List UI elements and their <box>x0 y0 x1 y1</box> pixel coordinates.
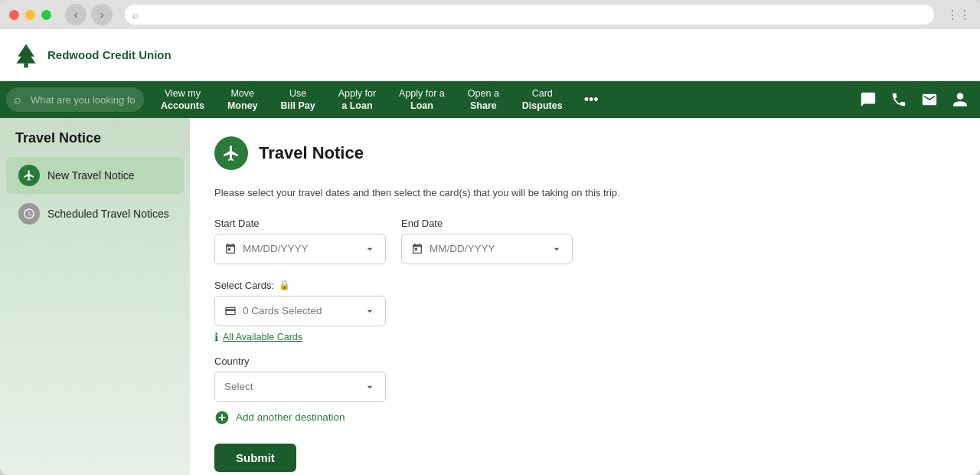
nav-item-disputes[interactable]: Card Disputes <box>511 83 573 117</box>
nav-item-money[interactable]: Move Money <box>217 83 269 117</box>
calendar-icon-end <box>411 243 423 255</box>
card-icon <box>224 305 237 317</box>
traffic-light-red[interactable] <box>9 10 19 20</box>
nav-phone-icon[interactable] <box>885 86 913 113</box>
info-row: ℹ All Available Cards <box>214 331 956 343</box>
chevron-down-end <box>550 243 563 255</box>
info-icon: ℹ <box>214 331 218 343</box>
nav-items: View my Accounts Move Money Use Bill Pay… <box>150 83 854 117</box>
browser-menu-icon[interactable]: ⋮⋮ <box>946 8 971 22</box>
add-destination-icon <box>214 410 230 425</box>
end-date-placeholder: MM/DD/YYYY <box>430 243 495 254</box>
nav-disputes-label: Card <box>522 87 563 100</box>
page-header: Travel Notice <box>214 136 956 170</box>
country-dropdown[interactable]: Select <box>214 372 386 402</box>
back-button[interactable]: ‹ <box>65 4 87 25</box>
calendar-icon-start <box>224 243 237 255</box>
nav-bar: View my Accounts Move Money Use Bill Pay… <box>0 81 980 118</box>
nav-loan2-label: Apply for a <box>399 87 445 100</box>
traffic-light-green[interactable] <box>41 10 51 20</box>
sidebar-new-label: New Travel Notice <box>47 169 135 182</box>
start-date-placeholder: MM/DD/YYYY <box>243 243 309 254</box>
all-available-link[interactable]: All Available Cards <box>223 332 302 342</box>
nav-user-icon[interactable] <box>946 86 974 113</box>
nav-loan2-bold: Loan <box>399 100 445 112</box>
nav-money-bold: Money <box>227 100 258 112</box>
nav-icons <box>854 86 974 113</box>
start-date-inner: MM/DD/YYYY <box>224 243 309 255</box>
app-header: Redwood Credit Union <box>0 29 980 81</box>
nav-share-label: Open a <box>468 87 499 100</box>
address-search-icon: ⌕ <box>132 9 139 21</box>
cards-group: Select Cards: 🔒 0 Cards Selected <box>214 280 956 326</box>
svg-marker-1 <box>16 49 35 63</box>
forward-button[interactable]: › <box>91 4 113 25</box>
main-layout: Travel Notice New Travel Notice <box>0 118 980 475</box>
country-placeholder: Select <box>224 381 253 392</box>
end-date-input[interactable]: MM/DD/YYYY <box>401 234 573 264</box>
chevron-down-cards <box>364 305 376 317</box>
end-date-inner: MM/DD/YYYY <box>411 243 495 255</box>
country-group: Country Select <box>214 355 956 402</box>
nav-loan1-bold: a Loan <box>338 100 376 112</box>
cards-inner: 0 Cards Selected <box>224 305 322 317</box>
logo-area: Redwood Credit Union <box>12 41 172 69</box>
logo-text: Redwood Credit Union <box>47 48 172 61</box>
nav-email-icon[interactable] <box>916 86 943 113</box>
lock-icon: 🔒 <box>279 280 290 290</box>
start-date-label: Start Date <box>214 218 386 229</box>
page-icon <box>214 136 248 170</box>
add-destination-button[interactable]: Add another destination <box>214 410 956 425</box>
nav-item-accounts[interactable]: View my Accounts <box>150 83 215 117</box>
cards-dropdown[interactable]: 0 Cards Selected <box>214 296 386 326</box>
start-date-input[interactable]: MM/DD/YYYY <box>214 234 386 264</box>
sidebar-scheduled-label: Scheduled Travel Notices <box>47 208 169 220</box>
sidebar-title: Travel Notice <box>0 130 190 156</box>
search-wrapper <box>6 87 144 112</box>
svg-rect-2 <box>24 63 28 67</box>
browser-nav: ‹ › <box>65 4 113 25</box>
browser-content: Redwood Credit Union View my Accounts Mo… <box>0 29 980 475</box>
cards-label-text: Select Cards: <box>214 280 274 291</box>
page-description: Please select your travel dates and then… <box>214 185 956 201</box>
nav-item-loan2[interactable]: Apply for a Loan <box>388 83 456 117</box>
nav-money-label: Move <box>227 87 258 100</box>
page-title: Travel Notice <box>259 143 364 163</box>
browser-titlebar: ‹ › ⌕ ⋮⋮ <box>0 0 980 29</box>
nav-loan1-label: Apply for <box>338 87 376 100</box>
start-date-group: Start Date MM/DD/YYYY <box>214 218 386 264</box>
logo-icon <box>12 41 40 69</box>
content-area: Travel Notice Please select your travel … <box>190 118 980 475</box>
chevron-down-country <box>364 381 376 393</box>
add-destination-label: Add another destination <box>236 411 345 423</box>
traffic-light-yellow[interactable] <box>25 10 35 20</box>
nav-item-share[interactable]: Open a Share <box>457 83 510 117</box>
end-date-group: End Date MM/DD/YYYY <box>401 218 573 264</box>
submit-button[interactable]: Submit <box>214 444 296 472</box>
nav-item-billpay[interactable]: Use Bill Pay <box>270 83 326 117</box>
nav-accounts-bold: Accounts <box>161 100 204 112</box>
nav-more-button[interactable]: ••• <box>575 87 608 113</box>
nav-billpay-bold: Bill Pay <box>281 100 315 112</box>
sidebar-item-new[interactable]: New Travel Notice <box>6 157 184 194</box>
new-travel-icon <box>18 165 40 186</box>
scheduled-travel-icon <box>18 203 40 224</box>
end-date-label: End Date <box>401 218 573 229</box>
date-row: Start Date MM/DD/YYYY <box>214 218 956 264</box>
address-bar[interactable]: ⌕ <box>125 5 934 25</box>
cards-label: Select Cards: 🔒 <box>214 280 956 291</box>
nav-chat-icon[interactable] <box>854 86 882 113</box>
nav-disputes-bold: Disputes <box>522 100 563 112</box>
nav-share-bold: Share <box>468 100 499 112</box>
sidebar: Travel Notice New Travel Notice <box>0 118 190 475</box>
nav-billpay-label: Use <box>281 87 315 100</box>
country-label: Country <box>214 355 956 367</box>
search-input[interactable] <box>6 87 144 112</box>
nav-item-loan1[interactable]: Apply for a Loan <box>328 83 387 117</box>
chevron-down-start <box>364 243 376 255</box>
cards-value: 0 Cards Selected <box>243 305 322 316</box>
sidebar-item-scheduled[interactable]: Scheduled Travel Notices <box>6 195 184 232</box>
nav-accounts-label: View my <box>161 87 204 100</box>
